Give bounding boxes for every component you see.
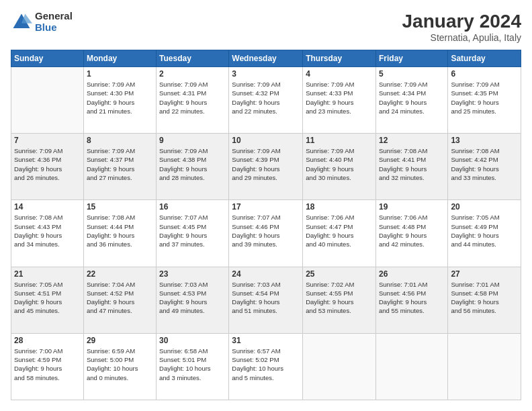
table-row: 17Sunrise: 7:07 AMSunset: 4:46 PMDayligh… <box>229 200 303 267</box>
day-info: Sunrise: 7:09 AMSunset: 4:30 PMDaylight:… <box>87 80 153 116</box>
day-info: Sunrise: 7:07 AMSunset: 4:45 PMDaylight:… <box>159 213 226 248</box>
day-info: Sunrise: 7:09 AMSunset: 4:33 PMDaylight:… <box>306 80 373 116</box>
table-row: 23Sunrise: 7:03 AMSunset: 4:53 PMDayligh… <box>157 267 229 333</box>
table-row: 12Sunrise: 7:08 AMSunset: 4:41 PMDayligh… <box>375 134 447 200</box>
table-row: 21Sunrise: 7:05 AMSunset: 4:51 PMDayligh… <box>11 267 84 333</box>
day-number: 9 <box>159 136 226 145</box>
day-info: Sunrise: 7:08 AMSunset: 4:43 PMDaylight:… <box>14 213 81 248</box>
day-info: Sunrise: 7:05 AMSunset: 4:49 PMDaylight:… <box>451 213 518 248</box>
logo-text: General Blue <box>35 11 73 33</box>
day-number: 16 <box>159 202 226 212</box>
day-number: 27 <box>451 269 518 279</box>
day-info: Sunrise: 7:09 AMSunset: 4:31 PMDaylight:… <box>159 80 226 116</box>
title-block: January 2024 Sternatia, Apulia, Italy <box>402 11 521 43</box>
day-info: Sunrise: 7:06 AMSunset: 4:48 PMDaylight:… <box>379 213 445 248</box>
day-info: Sunrise: 7:08 AMSunset: 4:41 PMDaylight:… <box>379 146 445 182</box>
day-info: Sunrise: 7:09 AMSunset: 4:38 PMDaylight:… <box>159 146 226 182</box>
table-row: 18Sunrise: 7:06 AMSunset: 4:47 PMDayligh… <box>303 200 376 267</box>
logo-blue: Blue <box>35 22 73 34</box>
day-number: 31 <box>232 336 300 345</box>
day-number: 22 <box>87 269 153 279</box>
day-number: 26 <box>379 269 445 279</box>
col-friday: Friday <box>375 50 447 67</box>
table-row <box>448 333 521 400</box>
calendar-week-row: 1Sunrise: 7:09 AMSunset: 4:30 PMDaylight… <box>11 67 521 134</box>
calendar-header-row: Sunday Monday Tuesday Wednesday Thursday… <box>11 50 521 67</box>
day-info: Sunrise: 6:57 AMSunset: 5:02 PMDaylight:… <box>232 347 300 382</box>
day-number: 1 <box>87 69 153 79</box>
table-row: 14Sunrise: 7:08 AMSunset: 4:43 PMDayligh… <box>11 200 84 267</box>
table-row: 26Sunrise: 7:01 AMSunset: 4:56 PMDayligh… <box>375 267 447 333</box>
day-number: 10 <box>232 136 300 145</box>
logo: General Blue <box>11 11 73 33</box>
day-number: 13 <box>451 136 518 145</box>
table-row: 8Sunrise: 7:09 AMSunset: 4:37 PMDaylight… <box>83 134 156 200</box>
table-row: 19Sunrise: 7:06 AMSunset: 4:48 PMDayligh… <box>375 200 447 267</box>
table-row: 22Sunrise: 7:04 AMSunset: 4:52 PMDayligh… <box>83 267 156 333</box>
page: General Blue January 2024 Sternatia, Apu… <box>0 0 532 411</box>
table-row: 9Sunrise: 7:09 AMSunset: 4:38 PMDaylight… <box>157 134 229 200</box>
day-number: 17 <box>232 202 300 212</box>
day-info: Sunrise: 7:01 AMSunset: 4:56 PMDaylight:… <box>379 280 445 316</box>
day-number: 14 <box>14 202 81 212</box>
calendar-week-row: 7Sunrise: 7:09 AMSunset: 4:36 PMDaylight… <box>11 134 521 200</box>
day-number: 18 <box>306 202 373 212</box>
day-info: Sunrise: 6:59 AMSunset: 5:00 PMDaylight:… <box>87 347 153 382</box>
day-info: Sunrise: 7:09 AMSunset: 4:39 PMDaylight:… <box>232 146 300 182</box>
day-number: 21 <box>14 269 81 279</box>
day-number: 15 <box>87 202 153 212</box>
calendar-week-row: 14Sunrise: 7:08 AMSunset: 4:43 PMDayligh… <box>11 200 521 267</box>
day-number: 28 <box>14 336 81 345</box>
table-row: 4Sunrise: 7:09 AMSunset: 4:33 PMDaylight… <box>303 67 376 134</box>
day-info: Sunrise: 7:04 AMSunset: 4:52 PMDaylight:… <box>87 280 153 316</box>
day-info: Sunrise: 7:08 AMSunset: 4:42 PMDaylight:… <box>451 146 518 182</box>
table-row: 10Sunrise: 7:09 AMSunset: 4:39 PMDayligh… <box>229 134 303 200</box>
month-title: January 2024 <box>402 11 521 32</box>
table-row: 6Sunrise: 7:09 AMSunset: 4:35 PMDaylight… <box>448 67 521 134</box>
col-saturday: Saturday <box>448 50 521 67</box>
day-info: Sunrise: 7:09 AMSunset: 4:40 PMDaylight:… <box>306 146 373 182</box>
day-number: 2 <box>159 69 226 79</box>
table-row: 1Sunrise: 7:09 AMSunset: 4:30 PMDaylight… <box>83 67 156 134</box>
table-row: 15Sunrise: 7:08 AMSunset: 4:44 PMDayligh… <box>83 200 156 267</box>
calendar-week-row: 21Sunrise: 7:05 AMSunset: 4:51 PMDayligh… <box>11 267 521 333</box>
table-row: 20Sunrise: 7:05 AMSunset: 4:49 PMDayligh… <box>448 200 521 267</box>
col-monday: Monday <box>83 50 156 67</box>
day-number: 20 <box>451 202 518 212</box>
location: Sternatia, Apulia, Italy <box>402 32 521 43</box>
table-row: 27Sunrise: 7:01 AMSunset: 4:58 PMDayligh… <box>448 267 521 333</box>
table-row: 24Sunrise: 7:03 AMSunset: 4:54 PMDayligh… <box>229 267 303 333</box>
day-info: Sunrise: 7:09 AMSunset: 4:36 PMDaylight:… <box>14 146 81 182</box>
day-number: 23 <box>159 269 226 279</box>
day-number: 3 <box>232 69 300 79</box>
day-info: Sunrise: 7:06 AMSunset: 4:47 PMDaylight:… <box>306 213 373 248</box>
day-info: Sunrise: 7:07 AMSunset: 4:46 PMDaylight:… <box>232 213 300 248</box>
table-row: 31Sunrise: 6:57 AMSunset: 5:02 PMDayligh… <box>229 333 303 400</box>
table-row <box>375 333 447 400</box>
table-row: 7Sunrise: 7:09 AMSunset: 4:36 PMDaylight… <box>11 134 84 200</box>
calendar-week-row: 28Sunrise: 7:00 AMSunset: 4:59 PMDayligh… <box>11 333 521 400</box>
day-number: 5 <box>379 69 445 79</box>
logo-icon <box>11 11 32 33</box>
day-number: 30 <box>159 336 226 345</box>
table-row: 5Sunrise: 7:09 AMSunset: 4:34 PMDaylight… <box>375 67 447 134</box>
day-info: Sunrise: 7:05 AMSunset: 4:51 PMDaylight:… <box>14 280 81 316</box>
calendar-table: Sunday Monday Tuesday Wednesday Thursday… <box>11 50 521 400</box>
day-number: 8 <box>87 136 153 145</box>
table-row: 2Sunrise: 7:09 AMSunset: 4:31 PMDaylight… <box>157 67 229 134</box>
col-thursday: Thursday <box>303 50 376 67</box>
table-row: 28Sunrise: 7:00 AMSunset: 4:59 PMDayligh… <box>11 333 84 400</box>
col-wednesday: Wednesday <box>229 50 303 67</box>
day-number: 25 <box>306 269 373 279</box>
day-number: 6 <box>451 69 518 79</box>
table-row: 30Sunrise: 6:58 AMSunset: 5:01 PMDayligh… <box>157 333 229 400</box>
day-info: Sunrise: 7:09 AMSunset: 4:32 PMDaylight:… <box>232 80 300 116</box>
table-row: 3Sunrise: 7:09 AMSunset: 4:32 PMDaylight… <box>229 67 303 134</box>
day-info: Sunrise: 6:58 AMSunset: 5:01 PMDaylight:… <box>159 347 226 382</box>
day-info: Sunrise: 7:08 AMSunset: 4:44 PMDaylight:… <box>87 213 153 248</box>
col-sunday: Sunday <box>11 50 84 67</box>
header: General Blue January 2024 Sternatia, Apu… <box>11 11 521 43</box>
day-number: 12 <box>379 136 445 145</box>
day-number: 11 <box>306 136 373 145</box>
day-info: Sunrise: 7:01 AMSunset: 4:58 PMDaylight:… <box>451 280 518 316</box>
